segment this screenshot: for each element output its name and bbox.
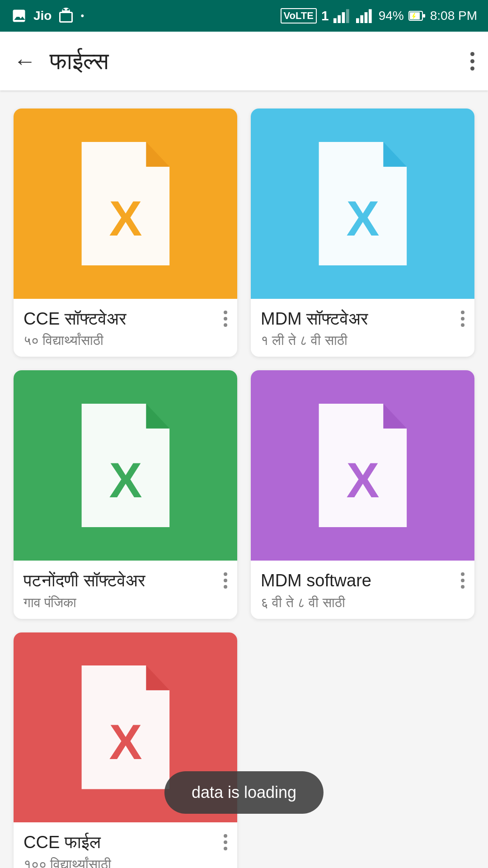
card-icon-area: X xyxy=(14,108,237,299)
excel-file-icon: X xyxy=(290,142,436,265)
excel-file-icon: X xyxy=(53,404,198,527)
signal2-icon xyxy=(356,8,374,24)
file-card-mdm-software-2[interactable]: X MDM software६ वी ते ८ वी साठी xyxy=(251,370,474,618)
svg-rect-2 xyxy=(342,12,345,23)
excel-file-icon: X xyxy=(53,665,198,789)
card-subtitle: १०० विद्यार्थ्यांसाठी xyxy=(23,857,111,868)
overflow-menu-button[interactable] xyxy=(470,52,474,71)
svg-rect-3 xyxy=(346,9,349,23)
card-title: पटनोंदणी सॉफ्टवेअर xyxy=(23,571,145,591)
card-more-button[interactable] xyxy=(224,309,227,327)
card-info: CCE फाईल१०० विद्यार्थ्यांसाठी xyxy=(14,822,237,868)
card-more-button[interactable] xyxy=(224,571,227,589)
signal-icon xyxy=(333,8,352,24)
card-icon-area: X xyxy=(251,370,474,561)
svg-rect-0 xyxy=(333,18,337,23)
card-subtitle: १ ली ते ८ वी साठी xyxy=(261,333,368,349)
file-card-cce-file[interactable]: X CCE फाईल१०० विद्यार्थ्यांसाठी xyxy=(14,632,237,868)
card-title: MDM सॉफ्टवेअर xyxy=(261,309,368,330)
file-card-patnondani[interactable]: X पटनोंदणी सॉफ्टवेअरगाव पंजिका xyxy=(14,370,237,618)
card-icon-area: X xyxy=(14,370,237,561)
volte-label: VoLTE xyxy=(281,8,317,24)
svg-rect-5 xyxy=(360,15,363,23)
battery-icon xyxy=(408,9,426,23)
svg-rect-1 xyxy=(338,15,341,23)
card-title: MDM software xyxy=(261,571,371,591)
page-title: फाईल्स xyxy=(50,47,470,75)
loading-toast: data is loading xyxy=(164,771,324,814)
card-title: CCE फाईल xyxy=(23,832,111,853)
card-info: MDM सॉफ्टवेअर१ ली ते ८ वी साठी xyxy=(251,299,474,357)
card-title: CCE सॉफ्टवेअर xyxy=(23,309,127,330)
carrier-label: Jio xyxy=(33,9,52,23)
svg-rect-4 xyxy=(356,18,359,23)
card-subtitle: गाव पंजिका xyxy=(23,595,145,611)
card-icon-area: X xyxy=(251,108,474,299)
time-label: 8:08 PM xyxy=(430,9,477,23)
card-more-button[interactable] xyxy=(461,571,465,589)
card-info: CCE सॉफ्टवेअर५० विद्यार्थ्यांसाठी xyxy=(14,299,237,357)
svg-rect-6 xyxy=(364,12,367,23)
svg-text:X: X xyxy=(109,190,142,245)
card-more-button[interactable] xyxy=(224,832,227,850)
status-bar-left: Jio • xyxy=(11,8,84,24)
sim-slot: 1 xyxy=(321,8,329,24)
card-subtitle: ६ वी ते ८ वी साठी xyxy=(261,595,371,611)
svg-rect-10 xyxy=(423,14,425,18)
card-info: पटनोंदणी सॉफ्टवेअरगाव पंजिका xyxy=(14,561,237,619)
status-bar: Jio • VoLTE 1 94% 8:08 PM xyxy=(0,0,488,32)
card-info: MDM software६ वी ते ८ वी साठी xyxy=(251,561,474,619)
notification-dot: • xyxy=(80,10,84,22)
status-bar-right: VoLTE 1 94% 8:08 PM xyxy=(281,8,477,24)
battery-label: 94% xyxy=(379,9,404,23)
back-button[interactable]: ← xyxy=(14,50,36,72)
svg-text:X: X xyxy=(109,714,142,769)
svg-text:X: X xyxy=(346,453,379,508)
app-bar: ← फाईल्स xyxy=(0,32,488,90)
svg-rect-7 xyxy=(369,9,372,23)
file-card-mdm-software-1[interactable]: X MDM सॉफ्टवेअर१ ली ते ८ वी साठी xyxy=(251,108,474,357)
gallery-icon xyxy=(11,8,27,24)
card-subtitle: ५० विद्यार्थ्यांसाठी xyxy=(23,333,127,349)
excel-file-icon: X xyxy=(53,142,198,265)
bag-icon xyxy=(58,8,74,24)
excel-file-icon: X xyxy=(290,404,436,527)
svg-text:X: X xyxy=(346,190,379,245)
card-more-button[interactable] xyxy=(461,309,465,327)
svg-text:X: X xyxy=(109,453,142,508)
files-grid: X CCE सॉफ्टवेअर५० विद्यार्थ्यांसाठी X MD… xyxy=(0,90,488,868)
file-card-cce-software[interactable]: X CCE सॉफ्टवेअर५० विद्यार्थ्यांसाठी xyxy=(14,108,237,357)
